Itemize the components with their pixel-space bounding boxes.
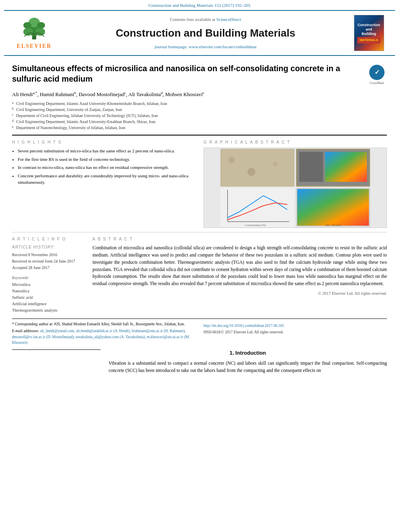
journal-header: ELSEVIER Contents lists available at Sci… [4, 10, 395, 56]
abstract-label: A B S T R A C T [93, 236, 387, 242]
graphical-abstract-image: Concentration (%) MS / NS ratio [204, 148, 387, 228]
elsevier-label: ELSEVIER [17, 42, 52, 50]
article-title-section: Simultaneous effects of microsilica and … [12, 60, 387, 85]
journal-citation-text: Construction and Building Materials 152 … [148, 3, 251, 8]
issn-line: 0950-0618/© 2017 Elsevier Ltd. All right… [204, 329, 387, 335]
authors-line: Ali Hendia,*, Hamid Rahmanib, Davood Mos… [12, 90, 387, 99]
elsevier-logo-area: ELSEVIER [8, 15, 60, 51]
affiliations-section: aCivil Engineering Department, Islamic A… [12, 101, 387, 131]
keywords-section: Keywords: Microsilica Nanosilica Sulfuri… [12, 275, 84, 314]
abstract-text: Combination of microsilica and nanosilic… [93, 244, 387, 288]
crossmark-area: ✓ CrossMark [367, 63, 387, 85]
highlight-item-2: For the first time RS is used in the fie… [18, 156, 195, 163]
footer-left: * Corresponding author at: #20, Shahid M… [12, 321, 195, 345]
affiliation-c: cDepartment of Civil Engineering, Isfaha… [12, 113, 387, 119]
footer-notes: * Corresponding author at: #20, Shahid M… [12, 318, 387, 345]
author-mohsen-khosravi: Mohsen Khosravi [165, 91, 203, 97]
homepage-url[interactable]: www.elsevier.com/locate/conbuildmat [189, 44, 257, 49]
email-addresses: E-mail addresses: ali_hendi@ymail.com, a… [12, 328, 195, 345]
cover-title-line3: Building [362, 32, 376, 36]
received-date: Received 8 November 2016 [12, 252, 84, 258]
highlight-item-1: Seven percent substitution of micro-sili… [18, 148, 195, 154]
corresponding-note: * Corresponding author at: #20, Shahid M… [12, 321, 195, 327]
journal-title-area: Contents lists available at ScienceDirec… [60, 15, 351, 51]
highlights-label: H I G H L I G H T S [12, 140, 195, 145]
highlights-list: Seven percent substitution of micro-sili… [12, 148, 195, 186]
main-content: Simultaneous effects of microsilica and … [0, 60, 399, 374]
keywords-list: Microsilica Nanosilica Sulfuric acid Art… [12, 281, 84, 314]
cover-subtitle: MATERIALS [360, 38, 378, 42]
revised-date: Received in revised form 24 June 2017 [12, 258, 84, 265]
svg-point-5 [23, 22, 31, 29]
crossmark-icon: ✓ [369, 65, 385, 80]
journal-citation-bar: Construction and Building Materials 152 … [0, 0, 399, 10]
svg-point-2 [23, 28, 33, 36]
section-divider-1 [12, 232, 387, 232]
keyword-3: Sulfuric acid [12, 294, 84, 301]
svg-rect-11 [222, 150, 293, 185]
svg-rect-16 [299, 152, 323, 182]
author-hamid-rahmani: Hamid Rahmani [40, 91, 74, 97]
keyword-2: Nanosilica [12, 288, 84, 294]
article-history: Received 8 November 2016 Received in rev… [12, 252, 84, 271]
article-title: Simultaneous effects of microsilica and … [12, 63, 367, 84]
author-ali-hendi: Ali Hendi [12, 91, 33, 97]
svg-point-3 [35, 28, 45, 36]
crossmark-label: CrossMark [369, 81, 385, 85]
graphical-abstract-column: G R A P H I C A L A B S T R A C T [204, 140, 387, 228]
svg-point-6 [37, 22, 45, 29]
article-info-label: A R T I C L E I N F O [12, 236, 84, 242]
article-info-abstract-row: A R T I C L E I N F O Article history: R… [12, 236, 387, 314]
page: Construction and Building Materials 152 … [0, 0, 399, 532]
intro-footnotes [12, 349, 101, 374]
affiliation-d: dCivil Engineering Department, Islamic A… [12, 119, 387, 125]
graphical-abstract-label: G R A P H I C A L A B S T R A C T [204, 140, 387, 145]
keyword-1: Microsilica [12, 281, 84, 288]
highlight-item-4: Concrete performance and durability are … [18, 173, 195, 186]
copyright-line: © 2017 Elsevier Ltd. All rights reserved… [93, 291, 387, 297]
keywords-label: Keywords: [12, 275, 84, 281]
article-info-column: A R T I C L E I N F O Article history: R… [12, 236, 84, 314]
sciencedirect-line: Contents lists available at ScienceDirec… [60, 16, 351, 23]
highlight-item-3: In contrast to micro-silica, nano-silica… [18, 164, 195, 171]
elsevier-logo: ELSEVIER [16, 16, 52, 50]
introduction-text: Vibration is a substantial need to compa… [109, 360, 387, 374]
elsevier-tree-icon [16, 16, 52, 41]
author-davood-mostofinejad: Davood Mostofinejad [78, 91, 124, 97]
affiliation-e: eDepartment of Nanotechnology, Universit… [12, 125, 387, 131]
accepted-date: Accepted 28 June 2017 [12, 265, 84, 271]
doi-line[interactable]: http://dx.doi.org/10.1016/j.conbuildmat.… [204, 323, 387, 329]
cover-title-line1: Construction [358, 23, 380, 27]
svg-text:Concentration (%): Concentration (%) [245, 224, 265, 227]
title-divider [12, 135, 387, 136]
introduction-body: 1. Introduction Vibration is a substanti… [109, 349, 387, 374]
journal-cover-area: Construction and Building MATERIALS [351, 15, 387, 51]
svg-rect-22 [297, 189, 369, 226]
svg-text:✓: ✓ [374, 69, 380, 76]
article-history-label: Article history: [12, 244, 84, 250]
cover-title-line2: and [366, 27, 372, 31]
affiliation-b: bCivil Engineering Department, Universit… [12, 107, 387, 113]
intro-heading-num: 1. Introduction [230, 350, 266, 356]
highlights-column: H I G H L I G H T S Seven percent substi… [12, 140, 195, 228]
author-ali-tavakolinia: Ali Tavakolinia [128, 91, 161, 97]
svg-text:MS / NS ratio: MS / NS ratio [326, 224, 341, 226]
introduction-heading: 1. Introduction [109, 349, 387, 357]
email-list: ali_hendi@ymail.com, ali.hendi@iaukhsh.a… [12, 329, 190, 345]
introduction-section: 1. Introduction Vibration is a substanti… [12, 349, 387, 374]
highlights-graphical-row: H I G H L I G H T S Seven percent substi… [12, 140, 387, 228]
svg-point-12 [228, 157, 235, 163]
keyword-4: Artificial intelligence [12, 301, 84, 307]
svg-point-14 [273, 162, 278, 166]
emails-label: E-mail addresses: [12, 329, 39, 333]
keyword-5: Thermogravimetric analysis [12, 307, 84, 314]
journal-title: Construction and Building Materials [60, 26, 351, 40]
journal-homepage: journal homepage: www.elsevier.com/locat… [60, 44, 351, 50]
footer-right: http://dx.doi.org/10.1016/j.conbuildmat.… [204, 321, 387, 345]
svg-rect-17 [325, 152, 367, 182]
svg-point-13 [247, 168, 255, 176]
sciencedirect-link[interactable]: ScienceDirect [216, 17, 241, 22]
abstract-column: A B S T R A C T Combination of microsili… [93, 236, 387, 314]
affiliation-a: aCivil Engineering Department, Islamic A… [12, 101, 387, 107]
journal-cover-image: Construction and Building MATERIALS [354, 15, 384, 51]
